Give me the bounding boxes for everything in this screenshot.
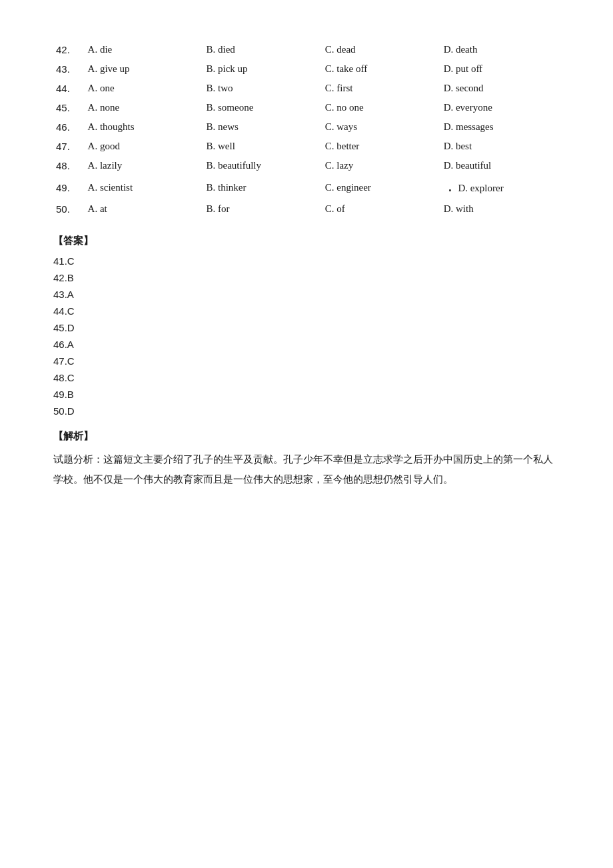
option-b: B. two (204, 79, 322, 98)
answers-list: 41.C42.B43.A44.C45.D46.A47.C48.C49.B50.D (53, 255, 560, 417)
option-a: A. good (85, 137, 204, 156)
option-b: B. someone (204, 98, 322, 117)
option-b: B. news (204, 117, 322, 137)
option-c: C. dead (322, 40, 441, 59)
answer-item: 46.A (53, 339, 560, 350)
table-row: 50. A. at B. for C. of D. with (53, 199, 560, 219)
answer-item: 43.A (53, 289, 560, 300)
dot-icon: ． (444, 181, 456, 194)
option-a: A. die (85, 40, 204, 59)
option-b: B. well (204, 137, 322, 156)
answer-item: 41.C (53, 255, 560, 267)
question-number: 47. (53, 137, 85, 156)
answers-header: 【答案】 (53, 235, 560, 247)
option-b: B. died (204, 40, 322, 59)
option-c: C. of (322, 199, 441, 219)
option-d: D. death (441, 40, 560, 59)
answer-item: 45.D (53, 322, 560, 333)
table-row: 48. A. lazily B. beautifully C. lazy D. … (53, 156, 560, 175)
option-b: B. beautifully (204, 156, 322, 175)
question-number: 43. (53, 59, 85, 79)
question-number: 49. (53, 175, 85, 199)
option-b: B. pick up (204, 59, 322, 79)
option-d: D. best (441, 137, 560, 156)
option-c: C. take off (322, 59, 441, 79)
option-d: ． D. explorer (441, 175, 560, 199)
option-a: A. none (85, 98, 204, 117)
answer-item: 42.B (53, 272, 560, 283)
table-row: 42. A. die B. died C. dead D. death (53, 40, 560, 59)
option-d: D. everyone (441, 98, 560, 117)
option-a: A. at (85, 199, 204, 219)
analysis-header: 【解析】 (53, 430, 560, 443)
table-row: 47. A. good B. well C. better D. best (53, 137, 560, 156)
analysis-text: 试题分析：这篇短文主要介绍了孔子的生平及贡献。孔子少年不幸但是立志求学之后开办中… (53, 449, 560, 489)
option-c: C. first (322, 79, 441, 98)
question-number: 42. (53, 40, 85, 59)
answer-item: 48.C (53, 372, 560, 383)
questions-table: 42. A. die B. died C. dead D. death 43. … (53, 40, 560, 219)
option-b: B. for (204, 199, 322, 219)
table-row: 45. A. none B. someone C. no one D. ever… (53, 98, 560, 117)
option-d: D. beautiful (441, 156, 560, 175)
question-number: 44. (53, 79, 85, 98)
question-number: 50. (53, 199, 85, 219)
answer-item: 50.D (53, 405, 560, 417)
answer-item: 47.C (53, 355, 560, 367)
option-a: A. give up (85, 59, 204, 79)
option-c: C. lazy (322, 156, 441, 175)
table-row: 49. A. scientist B. thinker C. engineer … (53, 175, 560, 199)
option-a: A. thoughts (85, 117, 204, 137)
table-row: 43. A. give up B. pick up C. take off D.… (53, 59, 560, 79)
option-d: D. put off (441, 59, 560, 79)
option-a: A. one (85, 79, 204, 98)
option-d: D. with (441, 199, 560, 219)
answer-item: 49.B (53, 389, 560, 400)
question-number: 46. (53, 117, 85, 137)
answer-item: 44.C (53, 305, 560, 317)
table-row: 46. A. thoughts B. news C. ways D. messa… (53, 117, 560, 137)
option-d: D. messages (441, 117, 560, 137)
option-b: B. thinker (204, 175, 322, 199)
option-c: C. engineer (322, 175, 441, 199)
option-c: C. better (322, 137, 441, 156)
option-c: C. no one (322, 98, 441, 117)
question-number: 45. (53, 98, 85, 117)
option-d: D. second (441, 79, 560, 98)
question-number: 48. (53, 156, 85, 175)
option-a: A. lazily (85, 156, 204, 175)
option-c: C. ways (322, 117, 441, 137)
table-row: 44. A. one B. two C. first D. second (53, 79, 560, 98)
option-a: A. scientist (85, 175, 204, 199)
